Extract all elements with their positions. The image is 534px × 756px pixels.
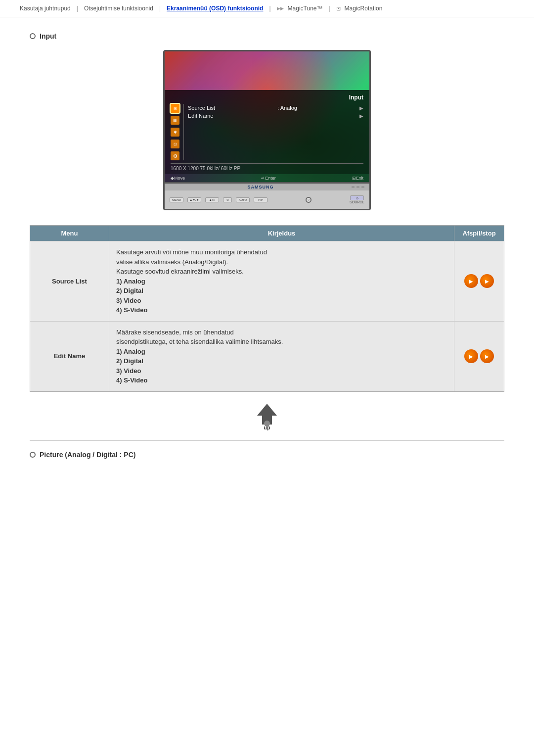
monitor-wrapper: Input ⊞ ▦ ✱ ⊡ ⚙ Source List bbox=[163, 50, 371, 210]
indicator-1 bbox=[352, 186, 355, 188]
main-content: Input Input ⊞ ▦ ✱ ⊡ ⚙ bbox=[0, 17, 534, 483]
section-picture-heading: Picture (Analog / Digital : PC) bbox=[30, 451, 504, 459]
nav-item-magicrotation-icon: ⊡ bbox=[336, 5, 341, 12]
th-kirjeldus: Kirjeldus bbox=[109, 226, 454, 241]
section-input-title: Input bbox=[40, 32, 56, 40]
nav-item-kasutaja[interactable]: Kasutaja juhtnupud bbox=[20, 5, 71, 12]
td-source-list-buttons: ▶ ▶ bbox=[454, 241, 504, 321]
table-row-source-list: Source List Kasutage arvuti või mõne muu… bbox=[30, 241, 504, 321]
source-list-item-2: 2) Digital bbox=[116, 286, 447, 296]
edit-name-menu-label: Edit Name bbox=[54, 351, 86, 361]
osd-bottom-exit: ⊞Exit bbox=[352, 176, 363, 181]
source-label: SOURCE bbox=[350, 200, 364, 204]
nav-sep-3: | bbox=[269, 5, 270, 12]
monitor-indicator-lights bbox=[352, 186, 364, 188]
osd-panel: Input ⊞ ▦ ✱ ⊡ ⚙ Source List bbox=[165, 90, 369, 174]
up-arrow: up bbox=[252, 402, 282, 430]
source-list-item-4: 4) S-Video bbox=[116, 305, 447, 315]
th-menu: Menu bbox=[30, 226, 109, 241]
samsung-logo: SAMSUNG bbox=[170, 185, 352, 189]
osd-bottom-enter: ↵Enter bbox=[261, 176, 276, 181]
edit-name-desc-main: Määrake sisendseade, mis on ühendatudsis… bbox=[116, 329, 283, 346]
osd-status-bar: 1600 X 1200 75.0kHz/ 60Hz PP bbox=[171, 163, 363, 171]
indicator-2 bbox=[356, 186, 359, 188]
nav-sep-1: | bbox=[77, 5, 78, 12]
monitor-bezel-top: SAMSUNG bbox=[163, 184, 371, 190]
nav-item-ekraanimenu[interactable]: Ekraanimenüü (OSD) funktsioonid bbox=[167, 5, 263, 12]
edit-name-play-btn-1[interactable]: ▶ bbox=[464, 349, 478, 363]
source-control: ⊙ SOURCE bbox=[350, 195, 364, 204]
osd-bottom-bar: ◆Move ↵Enter ⊞Exit bbox=[165, 174, 369, 182]
nav-item-magictune-icon: ▶▶ bbox=[277, 6, 284, 11]
bottom-divider: Picture (Analog / Digital : PC) bbox=[30, 440, 504, 459]
osd-header-title: Input bbox=[171, 94, 363, 101]
source-key[interactable]: ⊙ bbox=[350, 195, 364, 200]
abv-key[interactable]: ▲▼/▼ bbox=[187, 197, 201, 202]
up-arrow-container: up bbox=[30, 402, 504, 430]
power-button[interactable]: ○ bbox=[306, 197, 312, 203]
nav-item-magicrotation[interactable]: MagicRotation bbox=[345, 5, 383, 12]
monitor-container: Input ⊞ ▦ ✱ ⊡ ⚙ Source List bbox=[30, 50, 504, 210]
edit-name-item-1: 1) Analog bbox=[116, 347, 447, 357]
nav-item-magictune[interactable]: MagicTune™ bbox=[288, 5, 323, 12]
picture-bullet-icon bbox=[30, 452, 36, 458]
menu-key[interactable]: MENU bbox=[170, 197, 183, 202]
td-edit-name-menu: Edit Name bbox=[30, 322, 109, 391]
source-list-item-3: 3) Video bbox=[116, 296, 447, 306]
up-arrow-label: up bbox=[264, 425, 270, 430]
source-list-play-btn-2[interactable]: ▶ bbox=[480, 274, 494, 288]
td-edit-name-desc: Määrake sisendseade, mis on ühendatudsis… bbox=[109, 322, 454, 391]
osd-icon-setup: ⚙ bbox=[171, 151, 179, 160]
source-list-menu-label: Source List bbox=[52, 277, 87, 286]
brightness-key[interactable]: ▲/☆ bbox=[205, 197, 219, 202]
source-list-items: 1) Analog 2) Digital 3) Video 4) S-Video bbox=[116, 277, 447, 315]
monitor-controls-bar: MENU ▲▼/▼ ▲/☆ ⊙ bbox=[163, 190, 371, 210]
osd-bottom-move: ◆Move bbox=[171, 176, 185, 181]
osd-status-text: 1600 X 1200 75.0kHz/ 60Hz PP bbox=[171, 166, 240, 171]
ctrl-pip[interactable]: PIP bbox=[254, 197, 267, 202]
source-list-play-btn-1[interactable]: ▶ bbox=[464, 274, 478, 288]
edit-name-play-btn-2[interactable]: ▶ bbox=[480, 349, 494, 363]
auto-key[interactable]: AUTO bbox=[236, 197, 250, 202]
edit-name-item-3: 3) Video bbox=[116, 366, 447, 376]
osd-edit-name-label: Edit Name bbox=[188, 113, 213, 119]
osd-edit-name-arrow: ▶ bbox=[359, 113, 363, 119]
monitor-screen: Input ⊞ ▦ ✱ ⊡ ⚙ Source List bbox=[163, 50, 371, 184]
input-bullet-icon bbox=[30, 33, 36, 39]
osd-menu-source-list: Source List : Analog ▶ bbox=[188, 104, 363, 112]
osd-menu-edit-name: Edit Name ▶ bbox=[188, 112, 363, 120]
osd-menu-content: Source List : Analog ▶ Edit Name ▶ bbox=[188, 104, 363, 160]
td-source-list-menu: Source List bbox=[30, 241, 109, 321]
section-picture-title: Picture (Analog / Digital : PC) bbox=[40, 451, 135, 459]
up-arrow-svg bbox=[252, 402, 282, 426]
ctrl-circle[interactable]: ⊙ bbox=[223, 197, 232, 202]
ctrl-auto[interactable]: AUTO bbox=[236, 197, 250, 202]
osd-body: ⊞ ▦ ✱ ⊡ ⚙ Source List : Analog ▶ bbox=[171, 104, 363, 160]
table-header-row: Menu Kirjeldus Afspil/stop bbox=[30, 226, 504, 241]
td-edit-name-buttons: ▶ ▶ bbox=[454, 322, 504, 391]
osd-icon-list: ⊞ ▦ ✱ ⊡ ⚙ bbox=[171, 104, 184, 160]
menu-table: Menu Kirjeldus Afspil/stop Source List K… bbox=[30, 225, 504, 392]
circle-key[interactable]: ⊙ bbox=[223, 197, 232, 202]
section-input-heading: Input bbox=[30, 32, 504, 40]
ctrl-brightness[interactable]: ▲/☆ bbox=[205, 197, 219, 202]
nav-item-otsejuhtimise[interactable]: Otsejuhtimise funktsioonid bbox=[84, 5, 153, 12]
ctrl-menu[interactable]: MENU bbox=[170, 197, 183, 202]
osd-icon-picture: ▦ bbox=[171, 116, 179, 125]
source-list-item-1: 1) Analog bbox=[116, 277, 447, 286]
osd-overlay: Input ⊞ ▦ ✱ ⊡ ⚙ Source List bbox=[165, 51, 369, 182]
table-row-edit-name: Edit Name Määrake sisendseade, mis on üh… bbox=[30, 321, 504, 391]
top-navigation: Kasutaja juhtnupud | Otsejuhtimise funkt… bbox=[0, 0, 534, 17]
edit-name-play-buttons: ▶ ▶ bbox=[464, 349, 494, 363]
pip-key[interactable]: PIP bbox=[254, 197, 267, 202]
osd-source-list-label: Source List bbox=[188, 105, 215, 111]
indicator-3 bbox=[361, 186, 364, 188]
td-source-list-desc: Kasutage arvuti või mõne muu monitoriga … bbox=[109, 241, 454, 321]
edit-name-items: 1) Analog 2) Digital 3) Video 4) S-Video bbox=[116, 347, 447, 385]
source-list-play-buttons: ▶ ▶ bbox=[464, 274, 494, 288]
edit-name-item-2: 2) Digital bbox=[116, 356, 447, 366]
nav-sep-4: | bbox=[328, 5, 330, 12]
ctrl-abv[interactable]: ▲▼/▼ bbox=[187, 197, 201, 202]
osd-icon-input: ⊞ bbox=[171, 104, 179, 113]
osd-icon-size: ⊡ bbox=[171, 140, 179, 148]
